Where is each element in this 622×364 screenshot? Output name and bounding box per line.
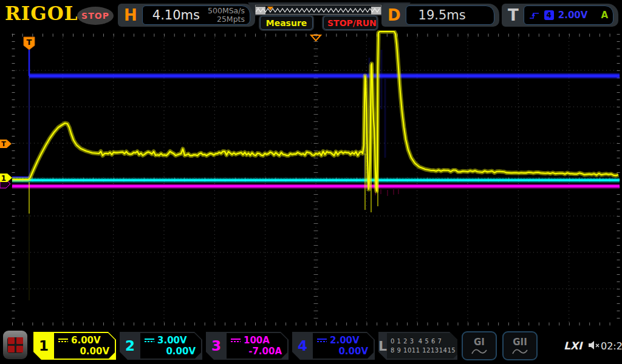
logic-channels-row2: 8 9 1011 12131415: [391, 346, 456, 355]
channel-4-offset: 0.00V: [317, 346, 368, 357]
channel-1-scale: 6.00V: [71, 335, 101, 346]
generator-2-button[interactable]: GII: [502, 331, 538, 360]
clock: 02:21: [601, 340, 622, 352]
delay-group[interactable]: D 19.5ms: [381, 4, 499, 27]
channel-3-box[interactable]: 3 100A -7.00A: [206, 332, 289, 360]
memory-preview-strip[interactable]: [255, 5, 381, 15]
channel-4-number: 4: [292, 332, 313, 360]
channel-1-offset: 0.00V: [58, 346, 109, 357]
channel-1-box[interactable]: 1 6.00V 0.00V: [33, 332, 116, 360]
timebase-box[interactable]: 4.10ms 500MSa/s 25Mpts: [142, 5, 250, 25]
svg-text:T: T: [1, 140, 6, 148]
delay-label: D: [388, 6, 401, 24]
channel-1-number: 1: [33, 332, 54, 360]
stop-run-button[interactable]: STOP/RUN: [323, 16, 377, 30]
horizontal-label: H: [124, 6, 137, 24]
dc-coupling-icon: [231, 339, 241, 342]
dc-coupling-icon: [317, 339, 327, 342]
generator-2-label: GII: [513, 337, 527, 348]
generator-1-label: GI: [474, 337, 485, 348]
rising-edge-icon: [529, 11, 540, 20]
ch1-position-marker[interactable]: 1: [0, 174, 12, 183]
trigger-level-value: 2.00V: [558, 10, 588, 21]
timebase-value: 4.10ms: [152, 8, 200, 22]
trigger-label: T: [508, 6, 519, 24]
oscilloscope-screen: RIGOL STOP H 4.10ms 500MSa/s 25Mpts Meas…: [0, 0, 622, 364]
trigger-group[interactable]: T 4 2.00V A: [502, 4, 618, 27]
channel-3-number: 3: [206, 332, 227, 360]
lxi-logo: LXI: [564, 340, 582, 352]
dc-coupling-icon: [145, 339, 154, 342]
channel-4-scale: 2.00V: [330, 335, 360, 346]
brand-logo: RIGOL: [5, 2, 78, 24]
memory-waveform-preview: [256, 7, 381, 15]
channel-2-scale: 3.00V: [157, 335, 187, 346]
logic-analyzer-box[interactable]: L 0 1 2 3 4 5 6 7 8 9 1011 12131415: [378, 332, 457, 360]
channel-2-number: 2: [120, 332, 140, 360]
logic-channels-row1: 0 1 2 3 4 5 6 7: [391, 337, 456, 346]
menu-button[interactable]: [3, 331, 27, 359]
trigger-source-chip: 4: [544, 10, 554, 20]
ch2-trace: [12, 178, 620, 180]
waveform-display-area: TT1: [0, 30, 622, 328]
delay-box[interactable]: 19.5ms: [406, 5, 494, 25]
channel-2-box[interactable]: 2 3.00V 0.00V: [120, 332, 202, 360]
grid-menu-icon: [7, 337, 23, 353]
channel-4-box[interactable]: 4 2.00V 0.00V: [292, 332, 375, 360]
svg-text:1: 1: [1, 174, 6, 183]
top-toolbar: RIGOL STOP H 4.10ms 500MSa/s 25Mpts Meas…: [0, 0, 622, 30]
speaker-mute-icon: [588, 340, 600, 350]
measure-button[interactable]: Measure: [260, 16, 313, 30]
delay-value: 19.5ms: [419, 8, 466, 22]
memory-depth: 25Mpts: [217, 15, 245, 24]
channel-3-offset: -7.00A: [231, 346, 282, 357]
markers: TT1: [0, 35, 321, 188]
sine-icon: [471, 348, 487, 355]
sample-rate: 500MSa/s: [208, 6, 245, 15]
trigger-level-marker[interactable]: T: [0, 140, 12, 148]
run-state-badge: STOP: [77, 7, 114, 25]
trigger-box[interactable]: 4 2.00V A: [524, 5, 613, 25]
dc-coupling-icon: [58, 339, 68, 342]
channel-3-scale: 100A: [244, 335, 270, 346]
svg-text:T: T: [27, 38, 32, 47]
waveform-canvas: TT1: [0, 30, 622, 328]
trigger-sweep-mode: A: [601, 10, 608, 21]
horizontal-group[interactable]: H 4.10ms 500MSa/s 25Mpts: [118, 4, 255, 27]
logic-analyzer-label: L: [378, 332, 387, 360]
bottom-status-bar: 1 6.00V 0.00V 2 3.00V 0.00V 3: [0, 328, 622, 364]
sine-icon: [512, 348, 528, 355]
trigger-position-marker[interactable]: T: [24, 37, 35, 50]
generator-1-button[interactable]: GI: [462, 331, 497, 360]
channel-2-offset: 0.00V: [145, 346, 196, 357]
